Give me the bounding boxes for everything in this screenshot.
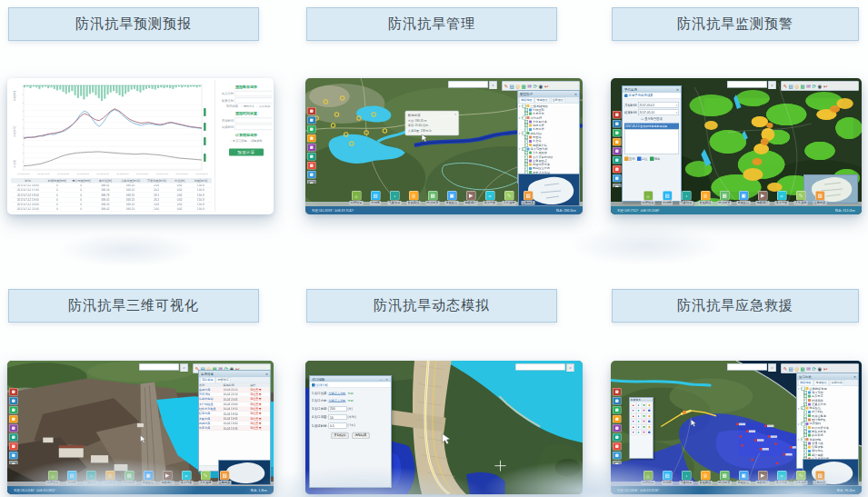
plot-symbol[interactable]: ⬟ (647, 430, 652, 435)
map-tool-icon[interactable] (613, 415, 622, 423)
map-tool-icon[interactable] (613, 138, 622, 146)
panel-title-monitoring[interactable]: 防汛抗旱监测预警 (612, 7, 859, 41)
panel-tab[interactable]: 业务图层 (551, 97, 565, 103)
start-time-input[interactable] (234, 118, 272, 124)
bottom-tool-水雨情[interactable]: ▤水雨情 (659, 191, 675, 205)
compass-icon[interactable]: ◉ (539, 83, 544, 89)
radio-option[interactable]: 新安江模型 (230, 139, 246, 144)
clear-results-button[interactable]: 清除结果 (353, 432, 370, 439)
reset-link[interactable]: 还原 (348, 399, 354, 403)
map-tool-icon[interactable] (613, 147, 622, 155)
grid-icon[interactable]: ▦ (801, 365, 805, 372)
thumbnail-simulation[interactable]: ⌕ 溃口编辑— ✕ 溃坝分析 1.溃口位置: 左键点击拾取 还原 2.溃口方向:… (305, 361, 583, 494)
close-icon[interactable]: ✕ (853, 375, 856, 379)
locate-view-link[interactable]: 定位查看 (250, 388, 270, 393)
plot-symbol[interactable]: ▼ (631, 408, 635, 413)
locate-icon[interactable]: ◎ (794, 365, 799, 372)
map-tool-icon[interactable] (307, 171, 316, 179)
plot-symbol[interactable]: ◆ (647, 424, 652, 430)
bottom-tool-抢险队伍[interactable]: ▣抢险队伍 (444, 191, 460, 205)
plot-symbol[interactable]: ◆ (647, 413, 652, 419)
locate-icon[interactable]: ◎ (515, 83, 520, 89)
bottom-tool-视频监控[interactable]: ▶视频监控 (463, 191, 479, 205)
duration-input[interactable]: 0.5 (328, 422, 346, 428)
plot-symbol[interactable]: ⬟ (647, 408, 652, 413)
plot-symbol[interactable]: ■ (642, 424, 646, 430)
plot-symbol[interactable]: ★ (636, 419, 641, 424)
refresh-icon[interactable]: ⟳ (812, 83, 816, 89)
panel-tab[interactable]: 基础地图 (519, 97, 534, 103)
map-tool-icon[interactable] (613, 111, 622, 119)
plot-symbol[interactable]: ● (636, 413, 641, 419)
map-tool-icon[interactable] (9, 442, 18, 451)
locate-view-link[interactable]: 定位查看 (250, 422, 270, 426)
map-tool-icon[interactable] (613, 397, 622, 405)
compass-icon[interactable]: ◉ (818, 83, 823, 89)
map-tool-icon[interactable] (9, 461, 18, 464)
panel-title-simulation[interactable]: 防汛抗旱动态模拟 (306, 289, 557, 323)
plot-symbol[interactable]: ▼ (631, 430, 635, 435)
bottom-tool-视频监控[interactable]: ▶视频监控 (754, 191, 771, 205)
map-tool-icon[interactable] (9, 424, 18, 432)
station-select[interactable]: ▾ (234, 91, 272, 96)
bottom-tool-工程信息[interactable]: ⌂工程信息 (640, 471, 656, 485)
end-date-select[interactable]: 2017-05-10▾ (638, 110, 679, 116)
map-search-input[interactable] (515, 363, 565, 371)
breach-width-input[interactable]: 200 (328, 406, 346, 412)
map-tool-icon[interactable] (307, 125, 316, 134)
locate-view-link[interactable]: 定位查看 (250, 403, 270, 407)
bottom-tool-工程信息[interactable]: ⌂工程信息 (640, 191, 656, 205)
section-select[interactable]: ▾ (234, 98, 272, 104)
locate-view-link[interactable]: 定位查看 (250, 407, 270, 412)
map-tool-icon[interactable] (613, 442, 622, 451)
map-tool-icon[interactable] (307, 162, 316, 170)
refresh-icon[interactable]: ⟳ (812, 365, 816, 372)
result-item-selected[interactable]: 2017-05-10 全省旱情遥感监测成果 (624, 124, 679, 130)
panel-tab[interactable]: 实时监测 (200, 377, 215, 383)
bottom-tool-抢险队伍[interactable]: ▣抢险队伍 (140, 471, 156, 485)
bottom-tool-水雨情[interactable]: ▤水雨情 (367, 191, 384, 205)
thumbnail-monitoring[interactable]: ⌕ ✎▤◎▦✉⟳◉↩ 旱情监测✕ 遥感旱情监测成果 开始时间 2017-05-0… (611, 78, 862, 214)
close-icon[interactable]: ✕ (676, 88, 679, 92)
start-date-select[interactable]: 2017-05-01▾ (638, 102, 679, 108)
bottom-tool-淹没分析[interactable]: ≈淹没分析 (178, 471, 195, 485)
bottom-tool-气象信息[interactable]: ◔气象信息 (678, 471, 694, 485)
map-tool-icon[interactable] (613, 174, 622, 183)
bottom-tool-应急预案[interactable]: ▧应急预案 (812, 471, 828, 485)
panel-tab[interactable]: 应急标绘 (830, 380, 844, 385)
bottom-tool-洪水演进[interactable]: ∿洪水演进 (501, 191, 517, 205)
layers-icon[interactable]: ▤ (789, 83, 793, 89)
bottom-tool-水雨情[interactable]: ▤水雨情 (659, 471, 675, 485)
breach-flow-input[interactable]: 10 (328, 414, 346, 420)
bottom-tool-淹没分析[interactable]: ≈淹没分析 (773, 191, 790, 205)
map-tool-icon[interactable] (613, 156, 622, 164)
forecast-calc-button[interactable]: 预报计算 (229, 149, 264, 156)
thumbnail-forecast[interactable]: 雨量(mm)流量(m³/s)水位(m)07-12 00:0007-12 04:0… (7, 78, 274, 214)
map-tool-icon[interactable] (307, 180, 316, 184)
plot-symbol[interactable]: ✚ (642, 430, 646, 435)
plot-symbol[interactable]: ★ (636, 408, 641, 413)
result-list[interactable] (624, 130, 679, 154)
undo-icon[interactable]: ↩ (823, 83, 828, 89)
compass-icon[interactable]: ◉ (818, 365, 823, 372)
bottom-tool-视频监控[interactable]: ▶视频监控 (754, 471, 771, 485)
pencil-icon[interactable]: ✎ (504, 83, 509, 89)
map-tool-icon[interactable] (613, 424, 622, 432)
bottom-tool-工程信息[interactable]: ⌂工程信息 (348, 191, 364, 205)
bottom-tool-洪水演进[interactable]: ∿洪水演进 (197, 471, 214, 485)
plot-symbol[interactable]: ● (636, 424, 641, 430)
bottom-tool-台风路径[interactable]: ◎台风路径 (405, 191, 422, 205)
export-button[interactable]: 导出 (650, 157, 661, 162)
dialog-tab[interactable]: 溃坝分析 (316, 383, 329, 387)
plot-symbol[interactable]: ▼ (631, 419, 635, 424)
warning-area-checkbox[interactable]: ☐ 显示预警区域 (624, 117, 679, 122)
monitor-row[interactable]: 永庄水库10-04 19:35定位查看 (199, 426, 270, 431)
grid-icon[interactable]: ▦ (522, 83, 526, 89)
bottom-tool-应急预案[interactable]: ▧应急预案 (812, 191, 828, 205)
bottom-tool-视频监控[interactable]: ▶视频监控 (159, 471, 175, 485)
map-tool-icon[interactable] (613, 406, 622, 414)
pick-position-link[interactable]: 左键点击拾取 (328, 392, 345, 396)
reset-link[interactable]: 还原 (348, 392, 354, 396)
radio-option[interactable]: 模型参数 (249, 139, 263, 144)
locate-view-link[interactable]: 定位查看 (250, 412, 270, 416)
